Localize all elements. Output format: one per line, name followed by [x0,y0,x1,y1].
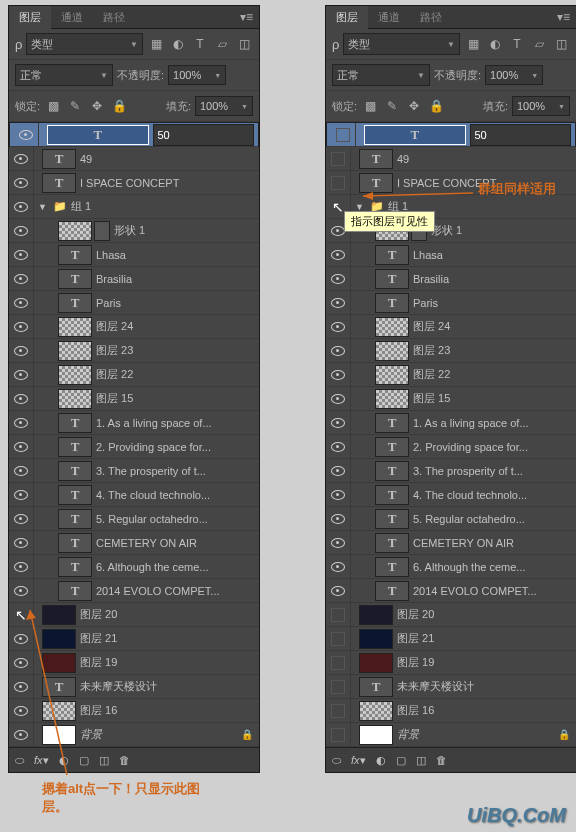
new-group-icon[interactable]: ▢ [79,754,89,767]
visibility-toggle[interactable] [9,651,34,674]
lock-transparent-icon[interactable]: ▩ [361,97,379,115]
visibility-toggle[interactable] [9,411,34,434]
filter-smart-icon[interactable]: ◫ [552,35,570,53]
visibility-toggle[interactable] [326,147,351,170]
layer-name[interactable]: 图层 21 [397,631,576,646]
layer-row[interactable]: T2. Providing space for... [9,435,259,459]
panel-menu-icon[interactable]: ▾≡ [234,10,259,24]
layer-row[interactable]: 图层 19 [326,651,576,675]
expand-icon[interactable]: ▼ [355,202,364,212]
layer-name[interactable]: 50 [153,124,255,146]
layer-name[interactable]: 49 [397,153,576,165]
layer-name[interactable]: 图层 22 [96,367,259,382]
layer-row[interactable]: T5. Regular octahedro... [9,507,259,531]
delete-layer-icon[interactable]: 🗑 [436,754,447,766]
layer-row[interactable]: TBrasilia [326,267,576,291]
layer-name[interactable]: 组 1 [71,199,259,214]
layer-row[interactable]: T50 [9,122,259,147]
visibility-toggle[interactable] [326,243,351,266]
visibility-toggle[interactable] [326,387,351,410]
visibility-toggle[interactable] [326,315,351,338]
visibility-toggle[interactable] [326,411,351,434]
layer-name[interactable]: 2014 EVOLO COMPET... [96,585,259,597]
layer-name[interactable]: 50 [470,124,572,146]
layer-name[interactable]: Brasilia [413,273,576,285]
tab-layers[interactable]: 图层 [9,6,51,29]
layer-name[interactable]: 形状 1 [114,223,259,238]
layer-row[interactable]: 图层 19 [9,651,259,675]
layer-name[interactable]: CEMETERY ON AIR [413,537,576,549]
layer-row[interactable]: 图层 24 [326,315,576,339]
lock-all-icon[interactable]: 🔒 [110,97,128,115]
layer-name[interactable]: 图层 23 [413,343,576,358]
new-layer-icon[interactable]: ◫ [416,754,426,767]
visibility-toggle[interactable] [9,147,34,170]
layer-name[interactable]: 图层 20 [80,607,259,622]
visibility-toggle[interactable] [326,363,351,386]
panel-menu-icon[interactable]: ▾≡ [551,10,576,24]
layer-name[interactable]: 6. Although the ceme... [413,561,576,573]
layer-name[interactable]: 图层 21 [80,631,259,646]
visibility-toggle[interactable] [326,651,351,674]
fill-value[interactable]: 100%▼ [195,96,253,116]
layer-row[interactable]: T2014 EVOLO COMPET... [9,579,259,603]
layer-row[interactable]: 图层 23 [326,339,576,363]
layer-name[interactable]: 4. The cloud technolo... [96,489,259,501]
visibility-toggle[interactable] [9,315,34,338]
layer-row[interactable]: TCEMETERY ON AIR [9,531,259,555]
visibility-toggle[interactable] [326,291,351,314]
layer-name[interactable]: 5. Regular octahedro... [96,513,259,525]
layer-name[interactable]: 图层 23 [96,343,259,358]
layer-row[interactable]: 图层 24 [9,315,259,339]
layer-name[interactable]: 图层 24 [413,319,576,334]
layer-row[interactable]: TCEMETERY ON AIR [326,531,576,555]
opacity-value[interactable]: 100%▼ [485,65,543,85]
delete-layer-icon[interactable]: 🗑 [119,754,130,766]
link-layers-icon[interactable]: ⬭ [15,754,24,767]
visibility-toggle[interactable] [9,531,34,554]
layer-name[interactable]: 图层 15 [413,391,576,406]
layer-style-icon[interactable]: fx▾ [34,754,49,767]
layer-row[interactable]: 图层 16 [326,699,576,723]
layer-name[interactable]: 3. The prosperity of t... [413,465,576,477]
layer-row[interactable]: T2014 EVOLO COMPET... [326,579,576,603]
visibility-toggle[interactable] [9,483,34,506]
opacity-value[interactable]: 100%▼ [168,65,226,85]
layer-row[interactable]: T1. As a living space of... [326,411,576,435]
visibility-toggle[interactable] [326,723,351,746]
layer-row[interactable]: T49 [9,147,259,171]
lock-pixels-icon[interactable]: ✎ [66,97,84,115]
layer-row[interactable]: T3. The prosperity of t... [9,459,259,483]
layer-name[interactable]: Lhasa [413,249,576,261]
layer-row[interactable]: 背景🔒 [326,723,576,747]
visibility-toggle[interactable] [9,243,34,266]
layer-row[interactable]: TParis [9,291,259,315]
layer-row[interactable]: TParis [326,291,576,315]
visibility-toggle[interactable] [326,699,351,722]
visibility-toggle[interactable]: ↖ [9,603,34,626]
layer-name[interactable]: Brasilia [96,273,259,285]
visibility-toggle[interactable] [9,291,34,314]
layer-name[interactable]: 3. The prosperity of t... [96,465,259,477]
layer-row[interactable]: 图层 23 [9,339,259,363]
visibility-toggle[interactable] [9,459,34,482]
visibility-toggle[interactable] [326,339,351,362]
new-group-icon[interactable]: ▢ [396,754,406,767]
blend-mode-select[interactable]: 正常▼ [332,64,430,86]
visibility-toggle[interactable] [326,675,351,698]
lock-transparent-icon[interactable]: ▩ [44,97,62,115]
filter-adjust-icon[interactable]: ◐ [169,35,187,53]
filter-shape-icon[interactable]: ▱ [213,35,231,53]
layer-name[interactable]: 背景 [80,727,241,742]
layer-mask-icon[interactable]: ◐ [376,754,386,767]
visibility-toggle[interactable] [9,339,34,362]
layer-name[interactable]: 1. As a living space of... [413,417,576,429]
layer-row[interactable]: T2. Providing space for... [326,435,576,459]
layer-style-icon[interactable]: fx▾ [351,754,366,767]
layer-name[interactable]: Paris [96,297,259,309]
visibility-toggle[interactable] [326,603,351,626]
layer-name[interactable]: 图层 16 [397,703,576,718]
visibility-toggle[interactable] [9,699,34,722]
layer-name[interactable]: 图层 20 [397,607,576,622]
layer-name[interactable]: 图层 22 [413,367,576,382]
